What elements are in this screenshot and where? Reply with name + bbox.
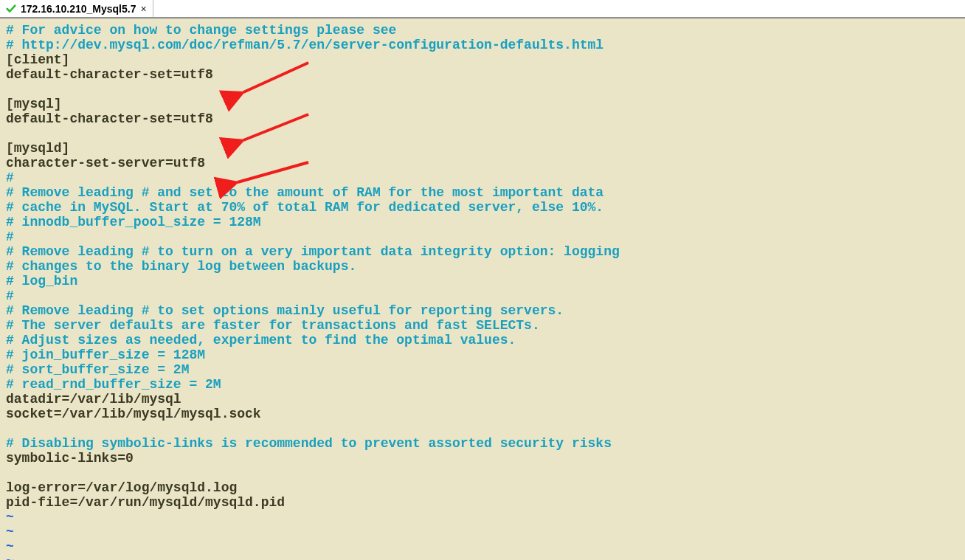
code-line: ~ (6, 554, 959, 560)
code-line: # Remove leading # and set to the amount… (6, 185, 959, 200)
code-line: default-character-set=utf8 (6, 67, 959, 82)
code-line: # (6, 170, 959, 185)
code-line: # Remove leading # to set options mainly… (6, 303, 959, 318)
code-line: # join_buffer_size = 128M (6, 348, 959, 362)
code-line: # Remove leading # to turn on a very imp… (6, 244, 959, 259)
code-line: # Adjust sizes as needed, experiment to … (6, 333, 959, 348)
code-line: # sort_buffer_size = 2M (6, 362, 959, 377)
code-line: # read_rnd_buffer_size = 2M (6, 377, 959, 392)
code-line: # http://dev.mysql.com/doc/refman/5.7/en… (6, 38, 959, 52)
code-line: # log_bin (6, 274, 959, 288)
code-line: datadir=/var/lib/mysql (6, 392, 959, 407)
code-line (6, 466, 959, 480)
close-icon[interactable]: × (140, 4, 146, 14)
code-line: # cache in MySQL. Start at 70% of total … (6, 200, 959, 215)
code-content: # For advice on how to change settings p… (0, 18, 965, 560)
code-line: ~ (6, 510, 959, 525)
code-line: [mysqld] (6, 141, 959, 156)
check-icon (6, 4, 16, 14)
code-line: pid-file=/var/run/mysqld/mysqld.pid (6, 495, 959, 510)
code-line: log-error=/var/log/mysqld.log (6, 480, 959, 495)
code-line: character-set-server=utf8 (6, 156, 959, 170)
code-line: ~ (6, 539, 959, 554)
tab-label: 172.16.10.210_Mysql5.7 (21, 3, 136, 15)
tab-mysql-config[interactable]: 172.16.10.210_Mysql5.7 × (0, 0, 153, 17)
code-line: [mysql] (6, 97, 959, 111)
editor-pane[interactable]: # For advice on how to change settings p… (0, 18, 965, 560)
code-line: default-character-set=utf8 (6, 111, 959, 126)
code-line: # The server defaults are faster for tra… (6, 318, 959, 333)
code-line: # changes to the binary log between back… (6, 259, 959, 274)
code-line: symbolic-links=0 (6, 451, 959, 466)
code-line: ~ (6, 525, 959, 539)
code-line (6, 421, 959, 436)
code-line: # Disabling symbolic-links is recommende… (6, 436, 959, 451)
tab-bar: 172.16.10.210_Mysql5.7 × (0, 0, 965, 18)
code-line: # (6, 288, 959, 303)
code-line: [client] (6, 52, 959, 67)
code-line (6, 82, 959, 97)
code-line (6, 126, 959, 141)
code-line: # For advice on how to change settings p… (6, 23, 959, 38)
code-line: # (6, 229, 959, 244)
code-line: socket=/var/lib/mysql/mysql.sock (6, 407, 959, 421)
code-line: # innodb_buffer_pool_size = 128M (6, 215, 959, 229)
